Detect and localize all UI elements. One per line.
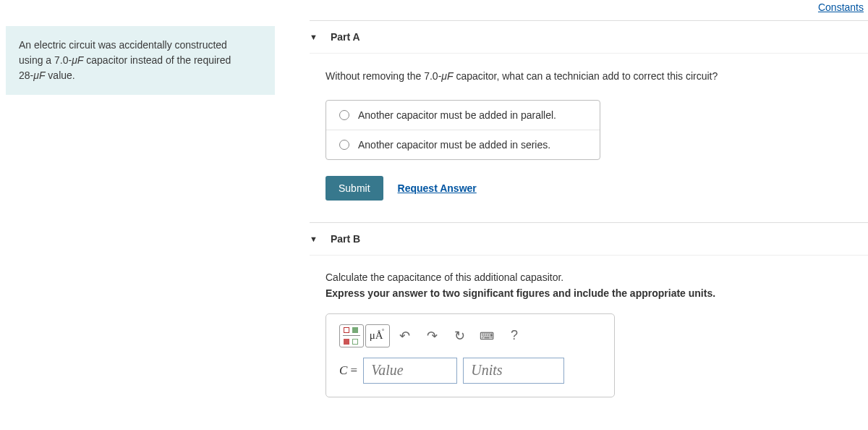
answer-box: μÅ° ↶ ↷ ↻ ⌨ — [326, 313, 615, 397]
units-picker-button[interactable]: μÅ° — [365, 324, 390, 347]
variable-label: C = — [339, 363, 357, 378]
keyboard-icon: ⌨ — [480, 330, 494, 342]
part-b-title: Part B — [331, 233, 360, 245]
problem-line3b: value. — [45, 69, 75, 81]
problem-statement: An electric circuit was accidentally con… — [6, 26, 275, 95]
units-icon: μÅ° — [370, 329, 386, 342]
problem-line2b: capacitor instead of the required — [83, 54, 231, 66]
submit-button[interactable]: Submit — [326, 176, 383, 201]
part-a-header[interactable]: ▼ Part A — [310, 21, 868, 54]
part-b-header[interactable]: ▼ Part B — [310, 223, 868, 256]
mu-unit: μF — [33, 69, 45, 81]
collapse-arrow-icon: ▼ — [310, 235, 318, 243]
help-button[interactable]: ? — [501, 325, 527, 347]
undo-button[interactable]: ↶ — [391, 325, 417, 347]
reset-icon: ↻ — [454, 328, 465, 344]
mu-unit: μF — [72, 54, 83, 66]
part-a-block: ▼ Part A Without removing the 7.0-μF cap… — [310, 20, 868, 201]
options-box: Another capacitor must be added in paral… — [326, 100, 600, 160]
redo-button[interactable]: ↷ — [419, 325, 445, 347]
radio-icon[interactable] — [339, 140, 349, 150]
problem-line2a: using a 7.0- — [19, 54, 72, 66]
fraction-template-icon — [342, 327, 361, 345]
constants-link[interactable]: Constants — [818, 1, 864, 13]
collapse-arrow-icon: ▼ — [310, 33, 318, 41]
template-picker-button[interactable] — [339, 324, 364, 347]
mu-unit: μF — [441, 70, 453, 82]
problem-line1: An electric circuit was accidentally con… — [19, 39, 227, 51]
value-input[interactable] — [363, 358, 457, 384]
redo-icon: ↷ — [427, 328, 438, 344]
help-icon: ? — [511, 328, 518, 343]
part-b-instruction: Express your answer to two significant f… — [326, 287, 868, 299]
request-answer-link[interactable]: Request Answer — [398, 182, 477, 194]
problem-line3a: 28- — [19, 69, 33, 81]
units-input[interactable] — [463, 358, 564, 384]
option-series[interactable]: Another capacitor must be added in serie… — [326, 130, 600, 159]
option1-label: Another capacitor must be added in paral… — [358, 109, 556, 121]
keyboard-button[interactable]: ⌨ — [474, 325, 500, 347]
part-b-block: ▼ Part B Calculate the capacitance of th… — [310, 222, 868, 397]
undo-icon: ↶ — [399, 328, 410, 344]
answer-toolbar: μÅ° ↶ ↷ ↻ ⌨ — [339, 324, 601, 347]
part-b-prompt: Calculate the capacitance of this additi… — [326, 271, 868, 283]
reset-button[interactable]: ↻ — [446, 325, 472, 347]
part-a-prompt: Without removing the 7.0-μF capacitor, w… — [326, 69, 868, 84]
option2-label: Another capacitor must be added in serie… — [358, 139, 550, 151]
option-parallel[interactable]: Another capacitor must be added in paral… — [326, 101, 600, 130]
part-a-title: Part A — [331, 31, 360, 43]
radio-icon[interactable] — [339, 110, 349, 120]
